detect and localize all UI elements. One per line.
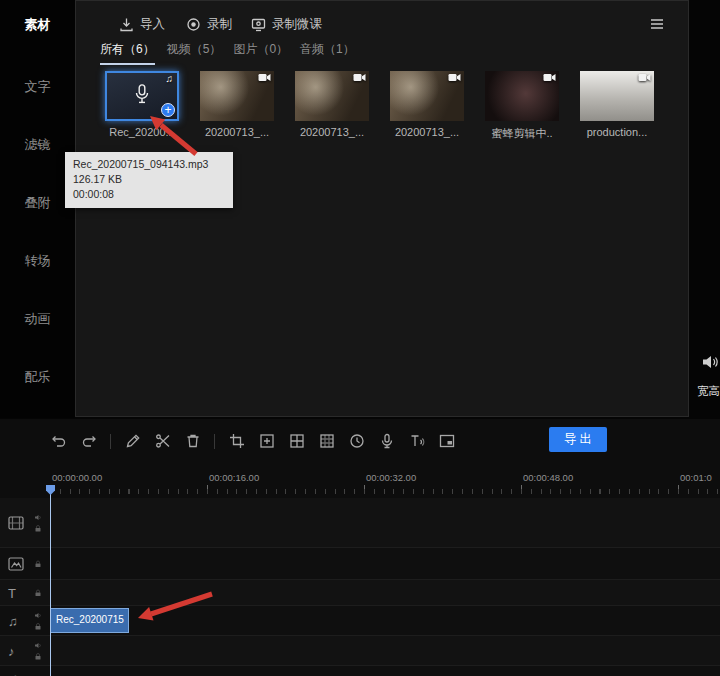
music-note-icon: ♫: [166, 73, 174, 84]
media-item-video[interactable]: 20200713_...: [390, 71, 464, 141]
sidebar-item-media[interactable]: 素材: [0, 16, 75, 34]
media-item-video[interactable]: production...: [580, 71, 654, 141]
video-thumbnail[interactable]: [390, 71, 464, 121]
track-header: [0, 498, 48, 547]
ruler-timestamp: 00:00:00.00: [52, 472, 102, 483]
track-partial[interactable]: ♫: [0, 666, 720, 676]
video-camera-icon: [638, 73, 651, 82]
sidebar-item-animation[interactable]: 动画: [0, 310, 75, 328]
music-track-icon: ♫: [8, 614, 18, 627]
screen-record-icon: [251, 17, 266, 32]
track-pip[interactable]: [0, 548, 720, 580]
toolbar-divider: [110, 434, 111, 449]
ruler-timestamp: 00:00:16.00: [209, 472, 259, 483]
video-thumbnail[interactable]: [200, 71, 274, 121]
export-button[interactable]: 导出: [549, 427, 607, 452]
track-voice[interactable]: ♪: [0, 636, 720, 666]
record-button[interactable]: 录制: [186, 13, 232, 35]
split-screen-icon[interactable]: [288, 433, 305, 450]
lock-icon: [34, 524, 42, 532]
playhead-line: [50, 493, 51, 676]
track-text[interactable]: T: [0, 580, 720, 606]
tooltip-duration: 00:00:08: [73, 187, 225, 202]
add-to-timeline-button[interactable]: +: [161, 103, 175, 117]
media-item-label: 20200713_...: [390, 126, 464, 138]
media-library-panel: 导入 录制 录制微课: [75, 0, 689, 417]
tab-all[interactable]: 所有（6）: [100, 41, 155, 65]
sidebar-item-filter[interactable]: 滤镜: [0, 136, 75, 154]
picture-in-picture-icon[interactable]: [438, 433, 455, 450]
track-toggles[interactable]: [34, 513, 42, 532]
toolbar-divider: [214, 434, 215, 449]
timeline-toolbar: [50, 428, 455, 454]
voiceover-mic-icon[interactable]: [378, 433, 395, 450]
track-header: [0, 548, 48, 579]
mute-speaker-icon: [34, 513, 42, 521]
mute-speaker-icon: [34, 611, 42, 619]
split-scissors-icon[interactable]: [154, 433, 171, 450]
sidebar-item-music[interactable]: 配乐: [0, 368, 75, 386]
list-view-icon: [649, 17, 665, 31]
track-toggles[interactable]: [34, 611, 42, 630]
sidebar-item-transition[interactable]: 转场: [0, 252, 75, 270]
lock-icon: [34, 589, 42, 597]
import-label: 导入: [140, 16, 165, 33]
tooltip-filesize: 126.17 KB: [73, 172, 225, 187]
ruler-timestamp: 00:00:48.00: [523, 472, 573, 483]
pip-track-icon: [8, 557, 24, 571]
microphone-icon: [134, 84, 150, 106]
media-item-audio[interactable]: ♫ + Rec_20200...: [105, 71, 179, 141]
video-camera-icon: [543, 73, 556, 82]
tab-audio[interactable]: 音频（1）: [300, 41, 355, 65]
redo-icon[interactable]: [80, 433, 97, 450]
import-button[interactable]: 导入: [119, 13, 165, 35]
mosaic-icon[interactable]: [318, 433, 335, 450]
media-item-video[interactable]: 20200713_...: [200, 71, 274, 141]
speaker-icon[interactable]: [702, 354, 720, 370]
track-toggles[interactable]: [34, 560, 42, 568]
aspect-size-label[interactable]: 宽高: [697, 384, 720, 399]
ruler-timestamp: 00:01:0: [680, 472, 712, 483]
voice-track-icon: ♪: [8, 644, 15, 657]
undo-icon[interactable]: [50, 433, 67, 450]
record-icon: [186, 17, 201, 32]
media-item-label: 蜜蜂剪辑中..: [485, 126, 559, 141]
audio-thumbnail[interactable]: ♫ +: [105, 71, 179, 121]
text-to-speech-icon[interactable]: [408, 433, 425, 450]
tab-picture[interactable]: 图片（0）: [233, 41, 288, 65]
lock-icon: [34, 622, 42, 630]
video-thumbnail[interactable]: [485, 71, 559, 121]
zoom-frame-icon[interactable]: [258, 433, 275, 450]
lock-icon: [34, 652, 42, 660]
music-track-icon: ♫: [8, 672, 18, 676]
delete-icon[interactable]: [184, 433, 201, 450]
record-lesson-label: 录制微课: [272, 16, 322, 33]
crop-icon[interactable]: [228, 433, 245, 450]
file-info-tooltip: Rec_20200715_094143.mp3 126.17 KB 00:00:…: [65, 152, 233, 208]
media-item-label: 20200713_...: [295, 126, 369, 138]
media-grid: ♫ + Rec_20200... 20: [105, 71, 654, 141]
media-item-video[interactable]: 蜜蜂剪辑中..: [485, 71, 559, 141]
video-thumbnail[interactable]: [580, 71, 654, 121]
duration-clock-icon[interactable]: [348, 433, 365, 450]
video-thumbnail[interactable]: [295, 71, 369, 121]
media-item-label: 20200713_...: [200, 126, 274, 138]
record-label: 录制: [207, 16, 232, 33]
mute-speaker-icon: [34, 641, 42, 649]
list-view-button[interactable]: [649, 13, 665, 35]
import-icon: [119, 17, 134, 32]
track-video[interactable]: [0, 498, 720, 548]
sidebar: 素材 文字 滤镜 叠附 转场 动画 配乐: [0, 0, 75, 418]
timeline-audio-clip[interactable]: Rec_20200715: [50, 608, 129, 633]
record-lesson-button[interactable]: 录制微课: [251, 13, 322, 35]
sidebar-item-overlay[interactable]: 叠附: [0, 194, 75, 212]
lock-icon: [34, 560, 42, 568]
edit-icon[interactable]: [124, 433, 141, 450]
sidebar-item-text[interactable]: 文字: [0, 78, 75, 96]
track-toggles[interactable]: [34, 589, 42, 597]
tab-video[interactable]: 视频（5）: [167, 41, 222, 65]
video-camera-icon: [258, 73, 271, 82]
track-toggles[interactable]: [34, 641, 42, 660]
media-item-video[interactable]: 20200713_...: [295, 71, 369, 141]
timeline-ruler[interactable]: 00:00:00.00 00:00:16.00 00:00:32.00 00:0…: [0, 468, 720, 498]
